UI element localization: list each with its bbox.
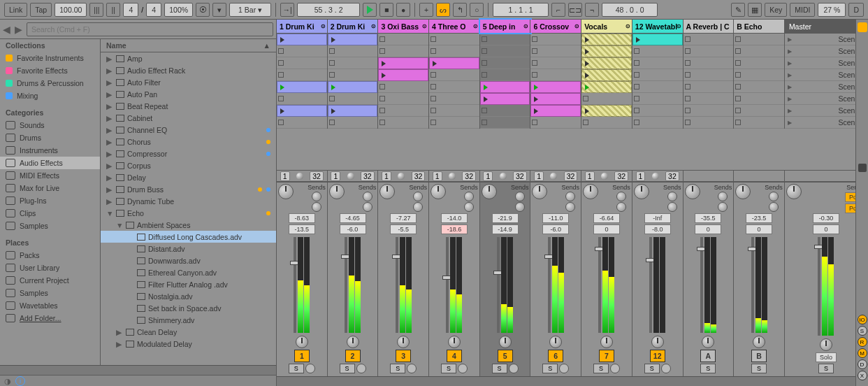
clip-slot-4-4[interactable] (480, 81, 530, 93)
clip-slot-4-6[interactable] (480, 105, 530, 117)
track-header-5[interactable]: 6 Crossov⊙ (530, 20, 581, 33)
send-a-knob[interactable] (769, 192, 779, 201)
cue-knob[interactable] (702, 336, 714, 348)
clip-stop-icon[interactable] (634, 96, 639, 101)
solo-button[interactable]: S (593, 364, 609, 373)
in-ch[interactable]: 1 (433, 171, 442, 181)
fold-icon[interactable]: ⊙ (625, 23, 630, 29)
clip-slot-0-6[interactable] (277, 105, 327, 117)
track-activator[interactable]: 5 (498, 350, 513, 362)
clip-stop-icon[interactable] (685, 96, 690, 101)
clip-slot-9-7[interactable] (734, 117, 784, 129)
pan-knob[interactable] (735, 184, 751, 199)
clip-slot-2-0[interactable] (378, 34, 428, 45)
clip-slot-2-4[interactable] (378, 81, 428, 93)
solo-button[interactable]: S (492, 364, 507, 373)
disclosure-icon[interactable]: ▼ (116, 221, 123, 229)
io-toggle[interactable]: IO (858, 315, 867, 324)
disclosure-icon[interactable]: ▶ (106, 78, 113, 87)
sig-numerator[interactable]: 4 (123, 3, 138, 17)
global-zoom[interactable]: 100% (164, 3, 193, 17)
collection-item-3[interactable]: Mixing (0, 90, 100, 102)
clip-slot-5-1[interactable] (530, 45, 581, 57)
track-activator[interactable]: 6 (548, 350, 563, 362)
solo-button[interactable]: S (441, 364, 456, 373)
clip-slot-5-2[interactable] (530, 57, 581, 69)
gain-db[interactable]: -6.0 (542, 224, 569, 234)
category-samples[interactable]: Samples (0, 220, 100, 232)
content-item-18[interactable]: Ethereal Canyon.adv (101, 266, 276, 278)
category-audio-effects[interactable]: Audio Effects (0, 157, 100, 169)
content-item-9[interactable]: ▶Corpus (101, 159, 276, 171)
track-activator[interactable]: 12 (650, 350, 665, 362)
clip-slot-3-7[interactable] (429, 117, 479, 129)
cue-knob[interactable] (600, 336, 613, 348)
category-clips[interactable]: Clips (0, 207, 100, 220)
clip-slot-9-1[interactable] (734, 45, 784, 57)
disclosure-icon[interactable]: ▶ (106, 102, 113, 110)
midi-map-button[interactable]: MIDI (790, 3, 815, 17)
disclosure-icon[interactable]: ▶ (106, 150, 113, 158)
content-item-11[interactable]: ▶Drum Buss (101, 183, 276, 195)
pan-dot[interactable] (398, 173, 405, 180)
arm-button[interactable] (458, 364, 468, 373)
fader[interactable] (751, 237, 754, 333)
punch-in-icon[interactable]: ⌐ (551, 3, 565, 17)
fader[interactable] (345, 237, 347, 333)
pan-dot[interactable] (601, 173, 608, 180)
content-item-22[interactable]: Shimmery.adv (101, 314, 276, 326)
fold-icon[interactable]: ⊙ (371, 23, 376, 29)
arm-button[interactable] (509, 364, 519, 373)
clip-stop-icon[interactable] (583, 96, 588, 101)
cue-knob[interactable] (347, 336, 359, 348)
clip-stop-icon[interactable] (482, 48, 487, 54)
clip-slot-1-5[interactable] (328, 93, 378, 105)
pan-knob[interactable] (685, 184, 700, 199)
send-b-knob[interactable] (312, 202, 321, 212)
clip-slot-2-6[interactable] (378, 105, 428, 117)
clip-slot-0-4[interactable] (277, 81, 327, 93)
clip-slot-7-6[interactable] (632, 105, 683, 117)
fader[interactable] (396, 237, 398, 333)
count-in-icon[interactable]: ▾ (212, 3, 226, 17)
pan-dot[interactable] (550, 173, 557, 180)
clip-slot-7-1[interactable] (632, 45, 683, 57)
clip-play-icon[interactable] (584, 60, 591, 67)
clip-slot-5-7[interactable] (530, 117, 581, 129)
metronome-icon[interactable]: ||| (89, 3, 103, 17)
clip-stop-icon[interactable] (278, 96, 284, 101)
fader[interactable] (548, 237, 551, 333)
clip-slot-6-1[interactable] (581, 45, 632, 57)
gain-db[interactable]: -5.5 (390, 224, 417, 234)
pan-knob[interactable] (431, 184, 446, 199)
disclosure-icon[interactable]: ▶ (116, 328, 123, 336)
clip-stop-icon[interactable] (735, 60, 741, 66)
content-item-12[interactable]: ▶Dynamic Tube (101, 195, 276, 207)
track-header-4[interactable]: 5 Deep in⊙ (480, 20, 531, 33)
content-item-0[interactable]: ▶Amp (101, 52, 276, 64)
clip-stop-icon[interactable] (685, 120, 690, 125)
pan-knob[interactable] (278, 184, 294, 199)
stop-clips-icon[interactable] (858, 164, 867, 172)
clip-slot-5-0[interactable] (530, 34, 581, 45)
out-ch[interactable]: 32 (614, 171, 628, 181)
name-column-header[interactable]: Name (106, 41, 126, 50)
clip-slot-8-0[interactable] (683, 34, 734, 45)
clip-stop-icon[interactable] (431, 84, 436, 90)
clip-slot-6-7[interactable] (581, 117, 632, 129)
scene-launch-icon[interactable]: ▶ (788, 84, 792, 90)
clip-slot-8-2[interactable] (683, 57, 734, 69)
fold-icon[interactable]: ⊙ (574, 23, 579, 29)
send-a-knob[interactable] (413, 192, 423, 201)
solo-button[interactable]: S (289, 364, 304, 373)
metronome2-icon[interactable]: ⦿ (196, 3, 210, 17)
content-item-19[interactable]: Filter Flutter Analog .adv (101, 278, 276, 290)
clip-play-icon[interactable] (584, 36, 591, 43)
content-item-8[interactable]: ▶Compressor (101, 148, 276, 159)
arm-button[interactable] (610, 364, 620, 373)
track-header-0[interactable]: 1 Drum Ki⊙ (277, 20, 328, 33)
clip-stop-icon[interactable] (482, 60, 487, 66)
returns-toggle[interactable]: R (858, 337, 867, 347)
key-map-button[interactable]: Key (765, 3, 787, 17)
pan-dot[interactable] (347, 173, 354, 180)
